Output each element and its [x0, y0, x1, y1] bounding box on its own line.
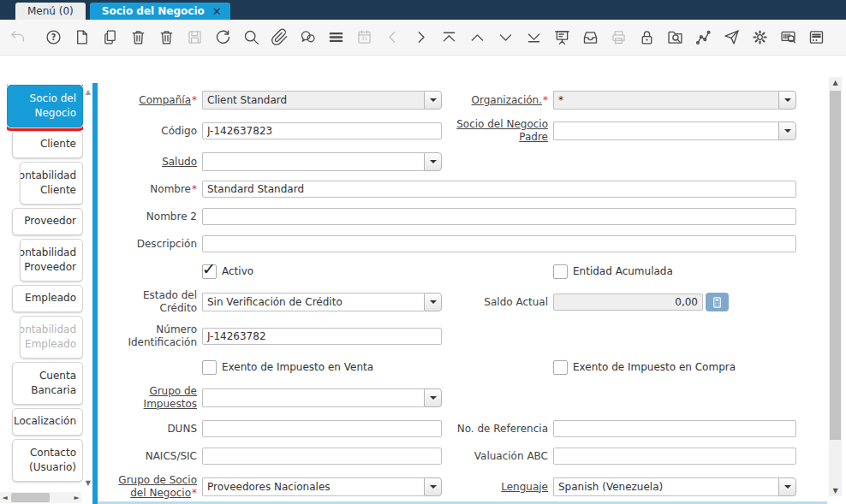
chevron-down-icon[interactable] [778, 91, 796, 110]
grupo-impuestos-combo[interactable] [202, 388, 442, 407]
exento-compra-checkbox[interactable] [553, 360, 568, 375]
nombre2-input[interactable] [202, 208, 796, 225]
chevron-down-icon[interactable] [424, 91, 442, 110]
estado-credito-value[interactable]: Sin Verificación de Crédito [202, 293, 424, 311]
numero-identificacion-label: Número Identificación [103, 323, 197, 349]
sidebar-tab-localizacion[interactable]: Localización [12, 408, 83, 436]
attachment-icon[interactable] [271, 28, 289, 46]
grid-toggle-icon[interactable] [327, 28, 345, 46]
help-icon[interactable]: ? [45, 28, 63, 46]
sidebar-tab-contabilidad-proveedor[interactable]: Contabilidad Proveedor [20, 239, 83, 282]
presentation-icon[interactable] [553, 28, 571, 46]
report-icon[interactable] [666, 28, 684, 46]
codigo-input[interactable] [202, 122, 442, 139]
detail-record-icon[interactable] [412, 28, 430, 46]
first-record-icon[interactable] [440, 28, 458, 46]
grupo-socio-combo[interactable]: Proveedores Nacionales [202, 477, 442, 496]
scroll-up-icon[interactable]: ▲ [829, 79, 842, 86]
sidebar-tab-cliente[interactable]: Cliente [12, 131, 83, 158]
activo-checkbox[interactable] [202, 264, 217, 279]
grupo-socio-value[interactable]: Proveedores Nacionales [202, 477, 424, 496]
entidad-acumulada-checkbox[interactable] [553, 264, 568, 279]
chevron-down-icon[interactable] [424, 388, 442, 407]
hscroll-left-icon[interactable]: ◄ [0, 494, 9, 501]
vscroll-thumb[interactable] [830, 91, 841, 440]
sidebar-scroll-down-icon[interactable]: ▼ [86, 479, 91, 487]
delete-record-icon[interactable] [129, 28, 147, 46]
sidebar-scroll-up-icon[interactable]: ▲ [86, 88, 91, 96]
quick-info-icon[interactable] [807, 28, 825, 46]
compania-combo[interactable]: Client Standard [202, 91, 442, 110]
organizacion-value[interactable]: * [553, 91, 778, 110]
estado-credito-combo[interactable]: Sin Verificación de Crédito [202, 293, 442, 311]
chevron-down-icon[interactable] [424, 293, 442, 311]
lenguaje-value[interactable]: Spanish (Venezuela) [553, 477, 778, 496]
lenguaje-combo[interactable]: Spanish (Venezuela) [553, 477, 796, 496]
descripcion-input[interactable] [202, 235, 796, 252]
duns-input[interactable] [202, 420, 442, 437]
workflow-icon[interactable] [694, 28, 712, 46]
numero-identificacion-input[interactable] [202, 328, 442, 345]
new-record-icon[interactable] [73, 28, 91, 46]
chevron-down-icon[interactable] [778, 477, 796, 496]
tab-socio-del-negocio[interactable]: Socio del Negocio ✕ [90, 3, 230, 20]
tab-menu[interactable]: Menú (0) [15, 3, 86, 20]
socio-padre-value[interactable] [553, 122, 778, 140]
chat-icon[interactable] [299, 28, 317, 46]
hscroll-track[interactable] [9, 493, 72, 502]
required-marker: * [192, 183, 197, 195]
grupo-impuestos-value[interactable] [202, 388, 424, 407]
chevron-down-icon[interactable] [424, 477, 442, 496]
grupo-impuestos-label[interactable]: Grupo de Impuestos [103, 385, 197, 411]
socio-padre-combo[interactable] [553, 122, 796, 140]
sidebar-tab-contacto-usuario[interactable]: Contacto (Usuario) [12, 439, 83, 482]
sidebar-tab-cuenta-bancaria[interactable]: Cuenta Bancaria [12, 362, 83, 405]
find-icon[interactable] [242, 28, 260, 46]
saludo-value[interactable] [202, 152, 424, 171]
hscroll-right-icon[interactable]: ► [72, 494, 81, 501]
refresh-icon[interactable] [214, 28, 232, 46]
hscroll-thumb[interactable] [11, 493, 50, 502]
saludo-combo[interactable] [202, 152, 442, 171]
sidebar-tab-empleado[interactable]: Empleado [12, 285, 83, 312]
socio-padre-label[interactable]: Socio del Negocio Padre [447, 118, 548, 144]
compania-value[interactable]: Client Standard [202, 91, 424, 110]
nombre-input[interactable] [202, 181, 796, 198]
compania-label[interactable]: Compañía* [103, 94, 197, 107]
close-icon[interactable]: ✕ [212, 6, 222, 17]
copy-record-icon[interactable] [101, 28, 119, 46]
organizacion-label[interactable]: Organización.* [447, 94, 548, 107]
sidebar-tab-socio-del-negocio[interactable]: Socio del Negocio [7, 85, 83, 127]
grupo-socio-label[interactable]: Grupo de Socio del Negocio* [103, 474, 197, 500]
sidebar-tab-contabilidad-cliente[interactable]: Contabilidad Cliente [20, 162, 83, 205]
chevron-down-icon[interactable] [424, 152, 442, 171]
vertical-scrollbar[interactable]: ▲ ▼ [829, 77, 842, 496]
send-mail-icon[interactable] [723, 28, 741, 46]
delete-selection-icon[interactable] [158, 28, 176, 46]
previous-record-icon[interactable] [468, 28, 486, 46]
product-info-icon[interactable] [779, 28, 797, 46]
archive-icon[interactable] [581, 28, 599, 46]
descripcion-label: Descripción [103, 238, 197, 251]
print-icon [610, 28, 628, 46]
sidebar-tab-proveedor[interactable]: Proveedor [12, 208, 83, 235]
lock-icon[interactable] [638, 28, 656, 46]
sidebar-tab-label: Proveedor [24, 214, 76, 228]
last-record-icon[interactable] [525, 28, 543, 46]
settings-icon[interactable] [751, 28, 769, 46]
no-referencia-input[interactable] [553, 420, 796, 437]
calculator-button[interactable] [706, 293, 729, 311]
exento-venta-checkbox[interactable] [202, 360, 217, 375]
entidad-acumulada-field: Entidad Acumulada [553, 264, 796, 279]
sidebar-horizontal-scrollbar[interactable]: ◄ ► [0, 492, 81, 503]
next-record-icon[interactable] [497, 28, 515, 46]
lenguaje-label[interactable]: Lenguaje [447, 481, 548, 494]
chevron-down-icon[interactable] [778, 122, 796, 140]
valuacion-abc-input[interactable] [553, 448, 796, 465]
saludo-label[interactable]: Saludo [103, 156, 197, 169]
activo-field: Activo [202, 264, 442, 279]
saldo-actual-label: Saldo Actual [447, 296, 548, 309]
organizacion-combo[interactable]: * [553, 91, 796, 110]
scroll-down-icon[interactable]: ▼ [829, 487, 842, 495]
naics-input[interactable] [202, 448, 442, 465]
